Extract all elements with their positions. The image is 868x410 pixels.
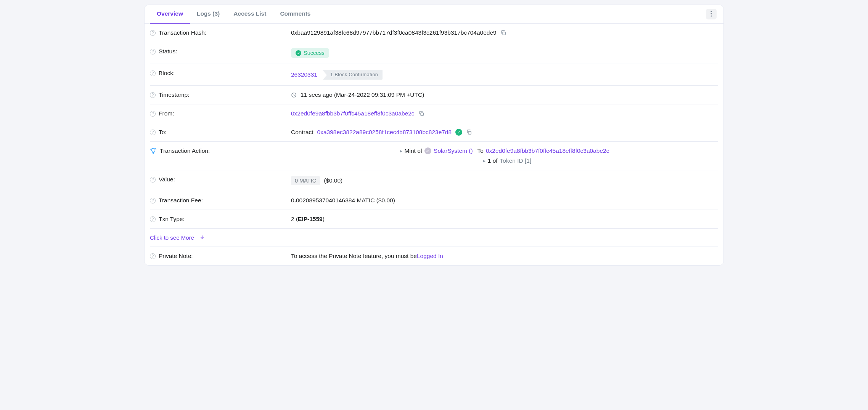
kebab-icon bbox=[710, 11, 712, 18]
to-prefix: Contract bbox=[291, 129, 313, 136]
action-line-1: ▸ Mint of ∞ SolarSystem () To 0x2ed0fe9a… bbox=[400, 147, 609, 154]
more-options-button[interactable] bbox=[706, 9, 717, 19]
label-timestamp: Timestamp: bbox=[159, 91, 189, 98]
copy-icon[interactable] bbox=[418, 111, 424, 117]
row-tx-fee: ? Transaction Fee: 0.002089537040146384 … bbox=[150, 191, 718, 210]
copy-icon[interactable] bbox=[500, 30, 506, 36]
help-icon[interactable]: ? bbox=[150, 216, 156, 222]
arrow-down-icon bbox=[199, 234, 205, 241]
qty-prefix: 1 of bbox=[488, 157, 498, 164]
row-status: ? Status: ✓ Success bbox=[150, 42, 718, 64]
action-to-address-link[interactable]: 0x2ed0fe9a8fbb3b7f0ffc45a18eff8f0c3a0abe… bbox=[486, 147, 609, 154]
token-name-link[interactable]: SolarSystem () bbox=[434, 147, 473, 154]
help-icon[interactable]: ? bbox=[150, 49, 156, 54]
help-icon[interactable]: ? bbox=[150, 177, 156, 183]
tab-overview[interactable]: Overview bbox=[150, 5, 190, 23]
label-value: Value: bbox=[159, 176, 175, 183]
help-icon[interactable]: ? bbox=[150, 198, 156, 203]
check-circle-icon: ✓ bbox=[296, 50, 301, 56]
tab-logs[interactable]: Logs (3) bbox=[190, 5, 227, 23]
row-see-more: Click to see More bbox=[150, 229, 718, 247]
label-from: From: bbox=[159, 110, 174, 117]
row-private-note: ? Private Note: To access the Private No… bbox=[150, 247, 718, 265]
status-badge: ✓ Success bbox=[291, 48, 329, 58]
token-icon: ∞ bbox=[424, 147, 431, 154]
help-icon[interactable]: ? bbox=[150, 253, 156, 259]
action-line-2: ▸ 1 of Token ID [1] bbox=[483, 157, 532, 164]
tabs-bar: Overview Logs (3) Access List Comments bbox=[145, 5, 723, 24]
row-block: ? Block: 26320331 1 Block Confirmation bbox=[150, 64, 718, 86]
value-tx-hash: 0xbaa9129891af38fc68d97977bb717df3f0ca08… bbox=[291, 29, 497, 36]
value-timestamp: 11 secs ago (Mar-24-2022 09:31:09 PM +UT… bbox=[301, 91, 424, 98]
from-address-link[interactable]: 0x2ed0fe9a8fbb3b7f0ffc45a18eff8f0c3a0abe… bbox=[291, 110, 415, 117]
caret-icon: ▸ bbox=[400, 148, 402, 154]
verified-icon: ✓ bbox=[455, 129, 462, 136]
copy-icon[interactable] bbox=[466, 129, 472, 135]
label-to: To: bbox=[159, 129, 167, 136]
to-address-link[interactable]: 0xa398ec3822a89c0258f1cec4b873108bc823e7… bbox=[317, 129, 452, 136]
label-tx-fee: Transaction Fee: bbox=[159, 197, 203, 204]
token-id-link[interactable]: Token ID [1] bbox=[500, 157, 532, 164]
help-icon[interactable]: ? bbox=[150, 130, 156, 135]
txn-type-prefix: 2 ( bbox=[291, 216, 298, 223]
clock-icon bbox=[291, 92, 297, 98]
svg-rect-3 bbox=[503, 32, 505, 35]
see-more-button[interactable]: Click to see More bbox=[150, 234, 205, 241]
row-txn-type: ? Txn Type: 2 (EIP-1559) bbox=[150, 210, 718, 229]
private-note-prefix: To access the Private Note feature, you … bbox=[291, 253, 417, 259]
value-amount: 0 MATIC bbox=[291, 176, 320, 185]
label-tx-hash: Transaction Hash: bbox=[159, 29, 206, 36]
block-confirmations: 1 Block Confirmation bbox=[323, 70, 383, 80]
label-block: Block: bbox=[159, 70, 175, 77]
label-tx-action: Transaction Action: bbox=[160, 147, 210, 154]
to-word: To bbox=[477, 147, 484, 154]
row-to: ? To: Contract 0xa398ec3822a89c0258f1cec… bbox=[150, 123, 718, 142]
svg-rect-5 bbox=[421, 113, 423, 115]
txn-type-bold: EIP-1559 bbox=[298, 216, 323, 223]
transaction-card: Overview Logs (3) Access List Comments ?… bbox=[144, 5, 724, 266]
row-tx-hash: ? Transaction Hash: 0xbaa9129891af38fc68… bbox=[150, 24, 718, 42]
help-icon[interactable]: ? bbox=[150, 30, 156, 36]
status-text: Success bbox=[304, 50, 325, 56]
tab-access-list[interactable]: Access List bbox=[227, 5, 273, 23]
tab-comments[interactable]: Comments bbox=[273, 5, 317, 23]
see-more-text: Click to see More bbox=[150, 234, 194, 241]
label-txn-type: Txn Type: bbox=[159, 216, 185, 223]
mint-prefix: Mint of bbox=[405, 147, 423, 154]
lightbulb-icon bbox=[150, 147, 157, 156]
row-tx-action: Transaction Action: ▸ Mint of ∞ SolarSys… bbox=[150, 142, 718, 170]
block-link[interactable]: 26320331 bbox=[291, 71, 317, 78]
row-from: ? From: 0x2ed0fe9a8fbb3b7f0ffc45a18eff8f… bbox=[150, 104, 718, 123]
help-icon[interactable]: ? bbox=[150, 70, 156, 76]
label-status: Status: bbox=[159, 48, 177, 55]
tx-fee-amount: 002089537040146384 MATIC ($0.00) bbox=[296, 197, 395, 204]
svg-rect-6 bbox=[468, 131, 471, 134]
txn-type-suffix: ) bbox=[323, 216, 325, 223]
label-private-note: Private Note: bbox=[159, 253, 193, 259]
value-usd: ($0.00) bbox=[324, 177, 342, 184]
help-icon[interactable]: ? bbox=[150, 92, 156, 98]
svg-point-0 bbox=[710, 11, 712, 12]
logged-in-link[interactable]: Logged In bbox=[417, 253, 443, 259]
svg-point-1 bbox=[710, 13, 712, 14]
caret-icon: ▸ bbox=[483, 158, 485, 163]
help-icon[interactable]: ? bbox=[150, 111, 156, 117]
tx-fee-prefix: 0 bbox=[291, 197, 294, 204]
svg-point-2 bbox=[710, 15, 712, 16]
row-value: ? Value: 0 MATIC ($0.00) bbox=[150, 170, 718, 191]
row-timestamp: ? Timestamp: 11 secs ago (Mar-24-2022 09… bbox=[150, 86, 718, 104]
details-list: ? Transaction Hash: 0xbaa9129891af38fc68… bbox=[145, 24, 723, 265]
